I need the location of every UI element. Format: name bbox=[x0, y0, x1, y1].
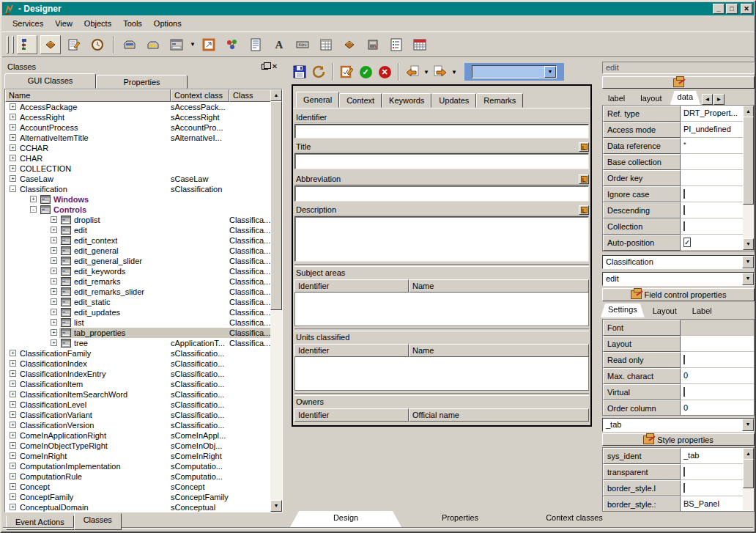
tab-properties[interactable]: Properties bbox=[404, 511, 516, 527]
tree-row-ComeInObjectTypeRight[interactable]: +ComeInObjectTypeRightsComeInObj... bbox=[5, 441, 270, 451]
tree-row-ComputationRule[interactable]: +ComputationRulesComputatio... bbox=[5, 471, 270, 482]
expand-expand-icon[interactable]: + bbox=[10, 504, 16, 510]
save-icon[interactable] bbox=[290, 63, 309, 81]
tree-row-Concept[interactable]: +ConceptsConcept bbox=[5, 482, 270, 492]
tab-settings[interactable]: Settings bbox=[601, 304, 645, 317]
tab-remarks[interactable]: Remarks bbox=[476, 93, 523, 108]
chevron-down-icon[interactable]: ▼ bbox=[188, 35, 197, 54]
tree-row-ClassificationItemSearchWord[interactable]: +ClassificationItemSearchWordsClassifica… bbox=[5, 389, 270, 400]
checkbox-unchecked[interactable] bbox=[683, 387, 685, 397]
expand-expand-icon[interactable]: + bbox=[51, 288, 57, 295]
tab-layout[interactable]: layout bbox=[633, 92, 669, 105]
tab-properties[interactable]: Properties bbox=[96, 75, 188, 89]
tree-row-edit_general[interactable]: +edit_generalClassifica... bbox=[5, 246, 270, 256]
data-grid-scrollbar[interactable]: ▲ ▼ bbox=[743, 106, 754, 250]
expand-expand-icon[interactable]: + bbox=[10, 381, 16, 387]
tree-row-ConceptualDomain[interactable]: +ConceptualDomainsConceptual bbox=[5, 502, 270, 512]
chevron-down-icon[interactable]: ▼ bbox=[450, 62, 459, 81]
tab-layout[interactable]: Layout bbox=[645, 305, 684, 317]
font-a-icon[interactable]: A bbox=[269, 35, 289, 54]
expand-expand-icon[interactable]: + bbox=[10, 493, 16, 500]
tab-label[interactable]: label bbox=[601, 92, 632, 105]
clock-info-icon[interactable] bbox=[87, 35, 108, 54]
expand-expand-icon[interactable]: + bbox=[10, 350, 16, 356]
tab-label[interactable]: Label bbox=[685, 305, 719, 317]
close-button[interactable]: ✕ bbox=[741, 4, 752, 14]
object-package-icon[interactable] bbox=[339, 35, 360, 54]
expand-expand-icon[interactable]: + bbox=[10, 452, 16, 459]
expand-expand-icon[interactable]: + bbox=[51, 216, 57, 223]
tree-row-ClassificationItem[interactable]: +ClassificationItemsClassificatio... bbox=[5, 379, 270, 389]
checkbox-unchecked[interactable] bbox=[683, 205, 685, 215]
shortcut-plaque-icon[interactable]: Kdru bbox=[292, 35, 313, 54]
expand-expand-icon[interactable]: + bbox=[10, 134, 16, 141]
tab-scroll-right-icon[interactable]: ► bbox=[714, 94, 724, 105]
tree-row-Windows[interactable]: +Windows bbox=[5, 194, 270, 205]
language-icon[interactable]: L bbox=[579, 174, 589, 184]
edit-script-icon[interactable] bbox=[64, 35, 84, 54]
tree-row-ConceptFamily[interactable]: +ConceptFamilysConceptFamily bbox=[5, 492, 270, 502]
minimize-button[interactable]: _ bbox=[713, 4, 724, 14]
tree-row-edit_static[interactable]: +edit_staticClassifica... bbox=[5, 297, 270, 307]
colored-list-icon[interactable] bbox=[386, 35, 407, 54]
units-classified-table[interactable] bbox=[294, 357, 589, 391]
expand-expand-icon[interactable]: + bbox=[51, 298, 57, 305]
toolbar-grip[interactable] bbox=[12, 36, 14, 54]
expand-expand-icon[interactable]: + bbox=[51, 339, 57, 346]
scroll-down-icon[interactable]: ▼ bbox=[270, 500, 282, 512]
form-window-icon[interactable] bbox=[166, 35, 187, 54]
tab-scroll-left-icon[interactable]: ◄ bbox=[702, 94, 713, 105]
expand-expand-icon[interactable]: + bbox=[10, 144, 16, 151]
close-panel-icon[interactable]: ✕ bbox=[270, 62, 280, 71]
expand-expand-icon[interactable]: + bbox=[10, 473, 16, 479]
property-value[interactable] bbox=[681, 352, 754, 368]
expand-expand-icon[interactable]: + bbox=[10, 360, 16, 367]
subject-areas-col-identifier[interactable]: Identifier bbox=[294, 279, 409, 293]
section-divider[interactable] bbox=[294, 328, 589, 331]
expand-expand-icon[interactable]: + bbox=[10, 124, 16, 131]
tree-row-edit_context[interactable]: +edit_contextClassifica... bbox=[5, 235, 270, 246]
expand-expand-icon[interactable]: + bbox=[51, 329, 57, 336]
units-classified-col-identifier[interactable]: Identifier bbox=[294, 344, 409, 357]
column-header-name[interactable]: Name bbox=[5, 89, 171, 102]
owners-col-identifier[interactable]: Identifier bbox=[294, 408, 409, 422]
tree-row-ComeInRight[interactable]: +ComeInRightsComeInRight bbox=[5, 451, 270, 461]
tree-row-AlternativeItemTitle[interactable]: +AlternativeItemTitlesAlternativeI... bbox=[5, 133, 270, 143]
expand-expand-icon[interactable]: + bbox=[10, 370, 16, 377]
section-divider[interactable] bbox=[294, 264, 589, 267]
tree-row-ComeInApplicationRight[interactable]: +ComeInApplicationRightsComeInAppl... bbox=[5, 430, 270, 441]
tab-keywords[interactable]: Keywords bbox=[382, 93, 431, 108]
nav-forward-icon[interactable] bbox=[431, 63, 450, 81]
tab-updates[interactable]: Updates bbox=[431, 93, 476, 108]
tree-row-list[interactable]: +listClassifica... bbox=[5, 317, 270, 328]
tab-general[interactable]: General bbox=[296, 92, 339, 108]
tab-context-classes[interactable]: Context classes bbox=[519, 511, 630, 527]
expand-expand-icon[interactable]: + bbox=[30, 196, 37, 202]
tree-row-CaseLaw[interactable]: +CaseLawsCaseLaw bbox=[5, 174, 270, 184]
edit-properties-button[interactable] bbox=[602, 76, 755, 89]
scroll-up-icon[interactable]: ▲ bbox=[743, 448, 754, 460]
drawer-yellow-icon[interactable] bbox=[143, 35, 163, 54]
drawer-blue-icon[interactable] bbox=[119, 35, 140, 54]
expand-expand-icon[interactable]: + bbox=[10, 483, 16, 490]
expand-expand-icon[interactable]: + bbox=[10, 114, 16, 120]
tree-row-AccessRight[interactable]: +AccessRightsAccessRight bbox=[5, 112, 270, 122]
image-frame-icon[interactable] bbox=[199, 35, 219, 54]
server-box-icon[interactable] bbox=[363, 35, 383, 54]
tree-row-CHAR[interactable]: +CHAR bbox=[5, 153, 270, 163]
control-combobox[interactable]: edit ▼ bbox=[602, 272, 755, 286]
tree-vertical-scrollbar[interactable]: ▲ ▼ bbox=[270, 89, 282, 512]
tree-row-edit_keywords[interactable]: +edit_keywordsClassifica... bbox=[5, 266, 270, 276]
field-control-properties-button[interactable]: Field control properties bbox=[602, 288, 755, 301]
subject-areas-col-name[interactable]: Name bbox=[409, 279, 589, 293]
tree-row-droplist[interactable]: +droplistClassifica... bbox=[5, 215, 270, 225]
expand-expand-icon[interactable]: + bbox=[10, 165, 16, 172]
units-classified-col-name[interactable]: Name bbox=[409, 344, 589, 357]
expand-expand-icon[interactable]: + bbox=[10, 411, 16, 418]
class-combobox[interactable]: Classification ▼ bbox=[602, 255, 755, 269]
style-properties-button[interactable]: Style properties bbox=[602, 433, 755, 446]
property-value[interactable]: 0 bbox=[681, 400, 754, 416]
tree-row-edit_general_slider[interactable]: +edit_general_sliderClassifica... bbox=[5, 256, 270, 266]
tree-row-ClassificationIndex[interactable]: +ClassificationIndexsClassificatio... bbox=[5, 359, 270, 369]
menu-tools[interactable]: Tools bbox=[117, 18, 148, 30]
